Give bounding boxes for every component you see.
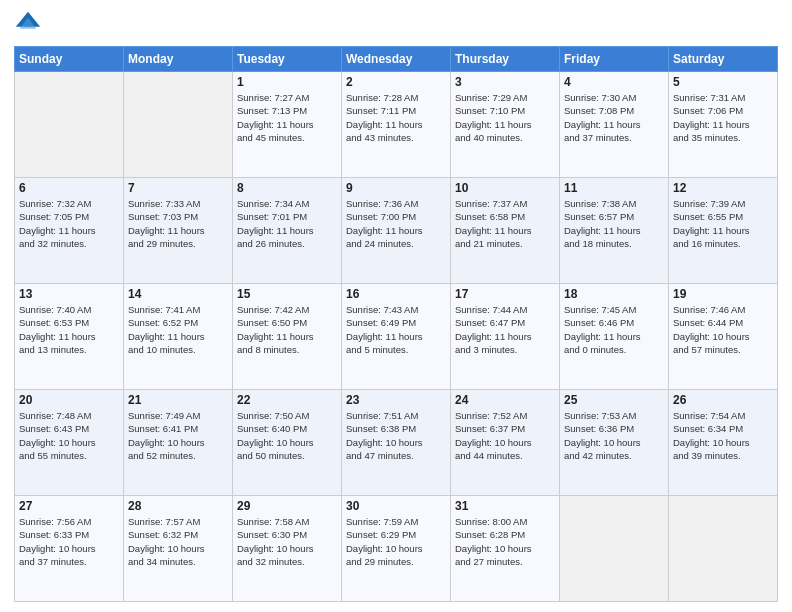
- calendar-week-3: 13Sunrise: 7:40 AMSunset: 6:53 PMDayligh…: [15, 284, 778, 390]
- day-info: Sunrise: 7:56 AMSunset: 6:33 PMDaylight:…: [19, 515, 119, 568]
- day-info: Sunrise: 7:57 AMSunset: 6:32 PMDaylight:…: [128, 515, 228, 568]
- day-info: Sunrise: 7:50 AMSunset: 6:40 PMDaylight:…: [237, 409, 337, 462]
- calendar-cell: 27Sunrise: 7:56 AMSunset: 6:33 PMDayligh…: [15, 496, 124, 602]
- day-number: 30: [346, 499, 446, 513]
- day-info: Sunrise: 7:32 AMSunset: 7:05 PMDaylight:…: [19, 197, 119, 250]
- day-number: 14: [128, 287, 228, 301]
- day-info: Sunrise: 7:52 AMSunset: 6:37 PMDaylight:…: [455, 409, 555, 462]
- day-number: 27: [19, 499, 119, 513]
- day-info: Sunrise: 7:58 AMSunset: 6:30 PMDaylight:…: [237, 515, 337, 568]
- day-number: 19: [673, 287, 773, 301]
- calendar-cell: 21Sunrise: 7:49 AMSunset: 6:41 PMDayligh…: [124, 390, 233, 496]
- day-number: 5: [673, 75, 773, 89]
- calendar-dow-sunday: Sunday: [15, 47, 124, 72]
- day-info: Sunrise: 7:31 AMSunset: 7:06 PMDaylight:…: [673, 91, 773, 144]
- day-number: 15: [237, 287, 337, 301]
- day-number: 28: [128, 499, 228, 513]
- page-header: [14, 10, 778, 38]
- day-info: Sunrise: 7:40 AMSunset: 6:53 PMDaylight:…: [19, 303, 119, 356]
- calendar-dow-saturday: Saturday: [669, 47, 778, 72]
- day-info: Sunrise: 7:42 AMSunset: 6:50 PMDaylight:…: [237, 303, 337, 356]
- calendar-cell: 3Sunrise: 7:29 AMSunset: 7:10 PMDaylight…: [451, 72, 560, 178]
- calendar-dow-tuesday: Tuesday: [233, 47, 342, 72]
- day-number: 22: [237, 393, 337, 407]
- day-info: Sunrise: 7:54 AMSunset: 6:34 PMDaylight:…: [673, 409, 773, 462]
- calendar-cell: 25Sunrise: 7:53 AMSunset: 6:36 PMDayligh…: [560, 390, 669, 496]
- day-info: Sunrise: 7:37 AMSunset: 6:58 PMDaylight:…: [455, 197, 555, 250]
- calendar-cell: 1Sunrise: 7:27 AMSunset: 7:13 PMDaylight…: [233, 72, 342, 178]
- calendar-cell: 19Sunrise: 7:46 AMSunset: 6:44 PMDayligh…: [669, 284, 778, 390]
- calendar-cell: 11Sunrise: 7:38 AMSunset: 6:57 PMDayligh…: [560, 178, 669, 284]
- day-number: 23: [346, 393, 446, 407]
- day-number: 26: [673, 393, 773, 407]
- calendar-cell: 7Sunrise: 7:33 AMSunset: 7:03 PMDaylight…: [124, 178, 233, 284]
- day-info: Sunrise: 7:44 AMSunset: 6:47 PMDaylight:…: [455, 303, 555, 356]
- calendar-cell: 20Sunrise: 7:48 AMSunset: 6:43 PMDayligh…: [15, 390, 124, 496]
- day-number: 10: [455, 181, 555, 195]
- page-container: SundayMondayTuesdayWednesdayThursdayFrid…: [0, 0, 792, 612]
- calendar-cell: 6Sunrise: 7:32 AMSunset: 7:05 PMDaylight…: [15, 178, 124, 284]
- day-info: Sunrise: 7:33 AMSunset: 7:03 PMDaylight:…: [128, 197, 228, 250]
- calendar-dow-friday: Friday: [560, 47, 669, 72]
- calendar-cell: 4Sunrise: 7:30 AMSunset: 7:08 PMDaylight…: [560, 72, 669, 178]
- calendar-week-4: 20Sunrise: 7:48 AMSunset: 6:43 PMDayligh…: [15, 390, 778, 496]
- calendar-cell: 9Sunrise: 7:36 AMSunset: 7:00 PMDaylight…: [342, 178, 451, 284]
- calendar-cell: 23Sunrise: 7:51 AMSunset: 6:38 PMDayligh…: [342, 390, 451, 496]
- logo: [14, 10, 46, 38]
- day-info: Sunrise: 7:34 AMSunset: 7:01 PMDaylight:…: [237, 197, 337, 250]
- day-number: 20: [19, 393, 119, 407]
- calendar-cell: 26Sunrise: 7:54 AMSunset: 6:34 PMDayligh…: [669, 390, 778, 496]
- calendar-cell: 8Sunrise: 7:34 AMSunset: 7:01 PMDaylight…: [233, 178, 342, 284]
- day-info: Sunrise: 7:29 AMSunset: 7:10 PMDaylight:…: [455, 91, 555, 144]
- day-number: 24: [455, 393, 555, 407]
- calendar-cell: 28Sunrise: 7:57 AMSunset: 6:32 PMDayligh…: [124, 496, 233, 602]
- day-info: Sunrise: 7:46 AMSunset: 6:44 PMDaylight:…: [673, 303, 773, 356]
- day-info: Sunrise: 7:48 AMSunset: 6:43 PMDaylight:…: [19, 409, 119, 462]
- day-info: Sunrise: 7:39 AMSunset: 6:55 PMDaylight:…: [673, 197, 773, 250]
- day-number: 11: [564, 181, 664, 195]
- calendar-cell: 30Sunrise: 7:59 AMSunset: 6:29 PMDayligh…: [342, 496, 451, 602]
- day-info: Sunrise: 7:45 AMSunset: 6:46 PMDaylight:…: [564, 303, 664, 356]
- day-info: Sunrise: 7:43 AMSunset: 6:49 PMDaylight:…: [346, 303, 446, 356]
- calendar-cell: [124, 72, 233, 178]
- day-info: Sunrise: 7:59 AMSunset: 6:29 PMDaylight:…: [346, 515, 446, 568]
- calendar-header-row: SundayMondayTuesdayWednesdayThursdayFrid…: [15, 47, 778, 72]
- day-number: 3: [455, 75, 555, 89]
- calendar-cell: 29Sunrise: 7:58 AMSunset: 6:30 PMDayligh…: [233, 496, 342, 602]
- day-number: 31: [455, 499, 555, 513]
- day-info: Sunrise: 7:28 AMSunset: 7:11 PMDaylight:…: [346, 91, 446, 144]
- calendar-dow-thursday: Thursday: [451, 47, 560, 72]
- day-number: 21: [128, 393, 228, 407]
- day-number: 18: [564, 287, 664, 301]
- day-number: 6: [19, 181, 119, 195]
- calendar-cell: [15, 72, 124, 178]
- calendar-cell: 16Sunrise: 7:43 AMSunset: 6:49 PMDayligh…: [342, 284, 451, 390]
- day-info: Sunrise: 7:51 AMSunset: 6:38 PMDaylight:…: [346, 409, 446, 462]
- day-info: Sunrise: 8:00 AMSunset: 6:28 PMDaylight:…: [455, 515, 555, 568]
- calendar-cell: 15Sunrise: 7:42 AMSunset: 6:50 PMDayligh…: [233, 284, 342, 390]
- calendar-cell: 14Sunrise: 7:41 AMSunset: 6:52 PMDayligh…: [124, 284, 233, 390]
- calendar-cell: [669, 496, 778, 602]
- calendar-week-5: 27Sunrise: 7:56 AMSunset: 6:33 PMDayligh…: [15, 496, 778, 602]
- calendar-cell: 18Sunrise: 7:45 AMSunset: 6:46 PMDayligh…: [560, 284, 669, 390]
- day-info: Sunrise: 7:49 AMSunset: 6:41 PMDaylight:…: [128, 409, 228, 462]
- calendar-cell: 24Sunrise: 7:52 AMSunset: 6:37 PMDayligh…: [451, 390, 560, 496]
- calendar-week-2: 6Sunrise: 7:32 AMSunset: 7:05 PMDaylight…: [15, 178, 778, 284]
- day-number: 16: [346, 287, 446, 301]
- calendar-table: SundayMondayTuesdayWednesdayThursdayFrid…: [14, 46, 778, 602]
- calendar-week-1: 1Sunrise: 7:27 AMSunset: 7:13 PMDaylight…: [15, 72, 778, 178]
- day-info: Sunrise: 7:53 AMSunset: 6:36 PMDaylight:…: [564, 409, 664, 462]
- day-number: 2: [346, 75, 446, 89]
- day-info: Sunrise: 7:36 AMSunset: 7:00 PMDaylight:…: [346, 197, 446, 250]
- calendar-cell: [560, 496, 669, 602]
- calendar-cell: 5Sunrise: 7:31 AMSunset: 7:06 PMDaylight…: [669, 72, 778, 178]
- day-number: 9: [346, 181, 446, 195]
- calendar-cell: 22Sunrise: 7:50 AMSunset: 6:40 PMDayligh…: [233, 390, 342, 496]
- day-number: 17: [455, 287, 555, 301]
- day-info: Sunrise: 7:38 AMSunset: 6:57 PMDaylight:…: [564, 197, 664, 250]
- day-number: 25: [564, 393, 664, 407]
- calendar-dow-wednesday: Wednesday: [342, 47, 451, 72]
- day-number: 7: [128, 181, 228, 195]
- day-number: 13: [19, 287, 119, 301]
- calendar-cell: 2Sunrise: 7:28 AMSunset: 7:11 PMDaylight…: [342, 72, 451, 178]
